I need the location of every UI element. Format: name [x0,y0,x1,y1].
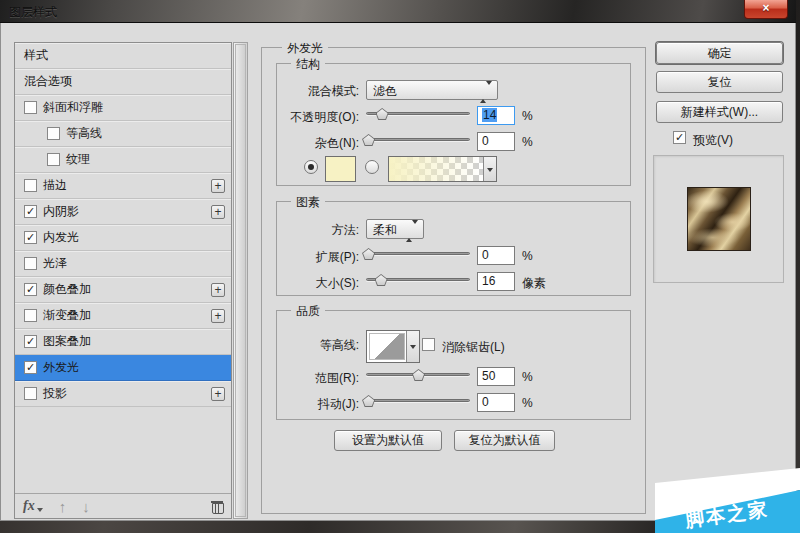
sidebar-item-3[interactable]: 斜面和浮雕 [15,95,231,121]
unchecked-checkbox-icon[interactable] [24,257,37,270]
sidebar-item-11[interactable]: 渐变叠加+ [15,303,231,329]
ok-button[interactable]: 确定 [656,42,783,64]
reset-button[interactable]: 复位 [656,71,783,93]
sidebar-item-label: 内发光 [43,225,79,250]
checked-checkbox-icon[interactable]: ✓ [24,205,37,218]
window-title: 图层样式 [9,4,57,21]
add-effect-icon[interactable]: + [211,179,225,193]
sidebar-item-label: 斜面和浮雕 [43,95,103,120]
slider-thumb[interactable] [376,108,389,120]
noise-input[interactable]: 0 [477,132,515,151]
range-unit: % [522,370,533,384]
sidebar-item-9[interactable]: 光泽 [15,251,231,277]
delete-effect-icon[interactable] [211,500,223,512]
checked-checkbox-icon[interactable]: ✓ [24,231,37,244]
gradient-picker[interactable] [388,156,497,182]
range-slider[interactable] [366,368,470,382]
styles-footer-toolbar: fx ↑ ↓ [15,493,231,518]
antialias-checkbox[interactable] [422,338,435,351]
unchecked-checkbox-icon[interactable] [24,309,37,322]
technique-select[interactable]: 柔和 [366,219,424,239]
size-label: 大小(S): [241,275,359,292]
range-input[interactable]: 50 [477,367,515,386]
size-unit: 像素 [522,275,546,292]
gradient-radio[interactable] [365,160,379,174]
contour-picker[interactable] [366,330,420,363]
slider-track [366,252,470,255]
fx-caret-icon [37,508,43,512]
color-radio[interactable] [304,160,318,174]
noise-label: 杂色(N): [241,135,359,152]
sidebar-item-label: 图案叠加 [43,329,91,354]
add-effect-icon[interactable]: + [211,283,225,297]
make-default-button[interactable]: 设置为默认值 [334,430,442,451]
sidebar-item-label: 颜色叠加 [43,277,91,302]
reset-default-button[interactable]: 复位为默认值 [454,430,555,451]
stepper-icon [480,85,492,99]
add-effect-icon[interactable]: + [211,309,225,323]
sidebar-item-1[interactable]: 样式 [15,43,231,69]
sidebar-item-10[interactable]: ✓颜色叠加+ [15,277,231,303]
noise-slider[interactable] [366,133,470,147]
sidebar-item-6[interactable]: 描边+ [15,173,231,199]
spread-unit: % [522,249,533,263]
preview-checkbox[interactable]: ✓ [673,131,686,144]
unchecked-checkbox-icon[interactable] [24,387,37,400]
move-up-icon[interactable]: ↑ [59,498,67,515]
fx-icon[interactable]: fx [23,498,35,514]
sidebar-item-label: 等高线 [66,121,102,146]
unchecked-checkbox-icon[interactable] [24,179,37,192]
contour-dropdown-icon[interactable] [406,331,419,362]
sidebar-item-4[interactable]: 等高线 [15,121,231,147]
layer-style-dialog: 图层样式 × 样式混合选项斜面和浮雕等高线纹理描边+✓内阴影+✓内发光光泽✓颜色… [0,0,796,521]
sidebar-item-label: 样式 [24,43,48,68]
add-effect-icon[interactable]: + [211,205,225,219]
titlebar[interactable]: 图层样式 × [0,0,796,23]
unchecked-checkbox-icon[interactable] [24,101,37,114]
sidebar-item-label: 投影 [43,381,67,406]
noise-unit: % [522,135,533,149]
styles-list-panel: 样式混合选项斜面和浮雕等高线纹理描边+✓内阴影+✓内发光光泽✓颜色叠加+渐变叠加… [14,42,232,519]
technique-value: 柔和 [373,223,397,237]
sidebar-item-8[interactable]: ✓内发光 [15,225,231,251]
sidebar-item-5[interactable]: 纹理 [15,147,231,173]
sidebar-list: 样式混合选项斜面和浮雕等高线纹理描边+✓内阴影+✓内发光光泽✓颜色叠加+渐变叠加… [15,43,231,493]
jitter-input[interactable]: 0 [477,393,515,412]
unchecked-checkbox-icon[interactable] [47,153,60,166]
glow-color-swatch[interactable] [325,156,356,182]
checked-checkbox-icon[interactable]: ✓ [24,283,37,296]
sidebar-item-12[interactable]: ✓图案叠加 [15,329,231,355]
gradient-dropdown-icon[interactable] [483,157,496,181]
outer-glow-title: 外发光 [282,40,328,57]
checked-checkbox-icon[interactable]: ✓ [24,361,37,374]
slider-thumb[interactable] [375,274,388,286]
antialias-label: 消除锯齿(L) [442,339,505,356]
size-slider[interactable] [366,273,470,287]
contour-label: 等高线: [241,337,359,354]
slider-thumb[interactable] [412,369,425,381]
sidebar-item-14[interactable]: 投影+ [15,381,231,407]
spread-slider[interactable] [366,247,470,261]
move-down-icon[interactable]: ↓ [82,498,90,515]
new-style-button[interactable]: 新建样式(W)... [656,101,783,123]
preview-panel [653,155,784,283]
opacity-input[interactable]: 14 [477,106,515,125]
sidebar-item-label: 渐变叠加 [43,303,91,328]
sidebar-item-13[interactable]: ✓外发光 [15,355,231,381]
spread-input[interactable]: 0 [477,246,515,265]
close-icon[interactable]: × [744,0,788,19]
size-input[interactable]: 16 [477,272,515,291]
blend-mode-select[interactable]: 滤色 [366,80,498,100]
sidebar-item-2[interactable]: 混合选项 [15,69,231,95]
opacity-unit: % [522,109,533,123]
jitter-slider[interactable] [366,394,470,408]
add-effect-icon[interactable]: + [211,387,225,401]
opacity-slider[interactable] [366,107,470,121]
unchecked-checkbox-icon[interactable] [47,127,60,140]
opacity-label: 不透明度(O): [241,109,359,126]
sidebar-item-label: 纹理 [66,147,90,172]
sidebar-item-7[interactable]: ✓内阴影+ [15,199,231,225]
gradient-preview [389,157,483,181]
sidebar-item-label: 混合选项 [24,69,72,94]
checked-checkbox-icon[interactable]: ✓ [24,335,37,348]
